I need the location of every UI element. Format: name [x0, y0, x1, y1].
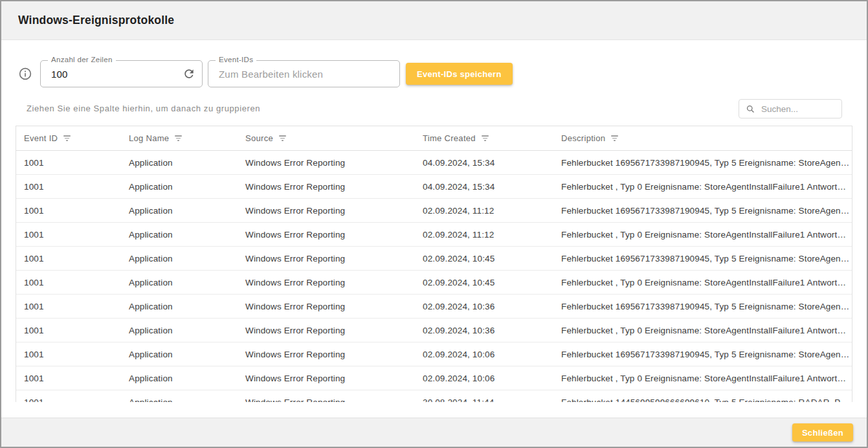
cell-event-id: 1001	[16, 247, 121, 270]
cell-source: Windows Error Reporting	[238, 199, 415, 222]
cell-description: Fehlerbucket 1695671733987190945, Typ 5 …	[553, 199, 852, 222]
cell-source: Windows Error Reporting	[238, 319, 415, 342]
cell-time-created: 02.09.2024, 11:12	[415, 199, 553, 222]
column-header-label: Event ID	[24, 133, 58, 143]
table-body: 1001 Application Windows Error Reporting…	[16, 151, 852, 402]
cell-source: Windows Error Reporting	[238, 366, 415, 390]
table-row[interactable]: 1001 Application Windows Error Reporting…	[16, 175, 852, 199]
cell-source: Windows Error Reporting	[238, 175, 415, 198]
cell-description: Fehlerbucket 1695671733987190945, Typ 5 …	[553, 247, 852, 270]
filter-icon[interactable]	[480, 133, 490, 144]
filter-icon[interactable]	[173, 133, 183, 144]
cell-event-id: 1001	[16, 390, 121, 402]
cell-log-name: Application	[121, 199, 238, 222]
cell-log-name: Application	[121, 390, 238, 402]
cell-description: Fehlerbucket , Typ 0 Ereignisname: Store…	[553, 366, 852, 390]
cell-log-name: Application	[121, 247, 238, 270]
controls-row: Anzahl der Zeilen Event-IDs Event-IDs sp…	[16, 60, 852, 87]
cell-description: Fehlerbucket , Typ 0 Ereignisname: Store…	[553, 223, 852, 246]
cell-time-created: 02.09.2024, 10:36	[415, 295, 553, 318]
cell-time-created: 02.09.2024, 11:12	[415, 223, 553, 246]
column-header[interactable]: Event ID	[16, 126, 121, 150]
column-header[interactable]: Time Created	[415, 126, 553, 150]
cell-log-name: Application	[121, 295, 238, 318]
column-header-label: Log Name	[129, 133, 169, 143]
cell-time-created: 30.08.2024, 11:44	[415, 390, 553, 402]
cell-time-created: 02.09.2024, 10:45	[415, 271, 553, 294]
filter-icon[interactable]	[610, 133, 619, 144]
cell-description: Fehlerbucket 1445699599666699610, Typ 5 …	[553, 390, 852, 402]
info-icon[interactable]	[19, 67, 32, 80]
cell-event-id: 1001	[16, 366, 121, 390]
event-log-table: Event ID Log Name Source Time Created De…	[16, 126, 852, 402]
cell-time-created: 02.09.2024, 10:45	[415, 247, 553, 270]
cell-log-name: Application	[121, 319, 238, 342]
cell-event-id: 1001	[16, 295, 121, 318]
table-row[interactable]: 1001 Application Windows Error Reporting…	[16, 223, 852, 247]
cell-description: Fehlerbucket 1695671733987190945, Typ 5 …	[553, 295, 852, 318]
cell-log-name: Application	[121, 223, 238, 246]
table-row[interactable]: 1001 Application Windows Error Reporting…	[16, 342, 852, 366]
cell-event-id: 1001	[16, 175, 121, 198]
cell-source: Windows Error Reporting	[238, 223, 415, 246]
dialog-header: Windows-Ereignisprotokolle	[1, 1, 867, 40]
cell-event-id: 1001	[16, 151, 121, 174]
table-row[interactable]: 1001 Application Windows Error Reporting…	[16, 271, 852, 295]
cell-event-id: 1001	[16, 223, 121, 246]
row-count-label: Anzahl der Zeilen	[48, 56, 116, 63]
cell-time-created: 04.09.2024, 15:34	[415, 175, 553, 198]
table-row[interactable]: 1001 Application Windows Error Reporting…	[16, 390, 852, 402]
table-row[interactable]: 1001 Application Windows Error Reporting…	[16, 199, 852, 223]
event-ids-field[interactable]: Event-IDs	[208, 60, 400, 87]
cell-event-id: 1001	[16, 199, 121, 222]
cell-time-created: 02.09.2024, 10:36	[415, 319, 553, 342]
cell-description: Fehlerbucket 1695671733987190945, Typ 5 …	[553, 342, 852, 366]
cell-log-name: Application	[121, 151, 238, 174]
cell-log-name: Application	[121, 271, 238, 294]
cell-source: Windows Error Reporting	[238, 295, 415, 318]
filter-icon[interactable]	[278, 133, 287, 144]
table-header-row: Event ID Log Name Source Time Created De…	[16, 126, 852, 151]
row-count-field[interactable]: Anzahl der Zeilen	[40, 60, 203, 87]
cell-description: Fehlerbucket 1695671733987190945, Typ 5 …	[553, 151, 852, 174]
filter-icon[interactable]	[62, 133, 72, 144]
table-row[interactable]: 1001 Application Windows Error Reporting…	[16, 319, 852, 342]
close-button[interactable]: Schließen	[792, 423, 853, 442]
cell-log-name: Application	[121, 175, 238, 198]
search-box[interactable]	[739, 99, 842, 118]
cell-time-created: 02.09.2024, 10:06	[415, 366, 553, 390]
page-title: Windows-Ereignisprotokolle	[18, 14, 174, 27]
group-hint-row: Ziehen Sie eine Spalte hierhin, um danac…	[16, 99, 852, 118]
column-header-label: Time Created	[423, 133, 476, 143]
dialog-body: Anzahl der Zeilen Event-IDs Event-IDs sp…	[1, 40, 867, 418]
save-event-ids-button[interactable]: Event-IDs speichern	[406, 63, 513, 85]
cell-event-id: 1001	[16, 319, 121, 342]
cell-source: Windows Error Reporting	[238, 271, 415, 294]
event-ids-input[interactable]	[217, 68, 393, 80]
table-viewport: Event ID Log Name Source Time Created De…	[16, 126, 852, 402]
windows-event-logs-dialog: Windows-Ereignisprotokolle Anzahl der Ze…	[0, 0, 868, 448]
search-input[interactable]	[760, 104, 836, 115]
column-header[interactable]: Description	[553, 126, 852, 150]
search-icon	[746, 104, 755, 114]
column-header[interactable]: Source	[238, 126, 415, 150]
column-header[interactable]: Log Name	[121, 126, 238, 150]
refresh-icon[interactable]	[183, 67, 195, 80]
cell-description: Fehlerbucket , Typ 0 Ereignisname: Store…	[553, 175, 852, 198]
row-count-input[interactable]	[50, 68, 183, 80]
cell-time-created: 02.09.2024, 10:06	[415, 342, 553, 366]
cell-event-id: 1001	[16, 342, 121, 366]
cell-log-name: Application	[121, 342, 238, 366]
dialog-footer: Schließen	[1, 418, 867, 447]
cell-event-id: 1001	[16, 271, 121, 294]
cell-time-created: 04.09.2024, 15:34	[415, 151, 553, 174]
table-row[interactable]: 1001 Application Windows Error Reporting…	[16, 247, 852, 271]
table-row[interactable]: 1001 Application Windows Error Reporting…	[16, 151, 852, 175]
cell-description: Fehlerbucket , Typ 0 Ereignisname: Store…	[553, 319, 852, 342]
event-ids-label: Event-IDs	[216, 56, 256, 63]
cell-log-name: Application	[121, 366, 238, 390]
table-row[interactable]: 1001 Application Windows Error Reporting…	[16, 295, 852, 319]
cell-source: Windows Error Reporting	[238, 151, 415, 174]
table-row[interactable]: 1001 Application Windows Error Reporting…	[16, 366, 852, 390]
cell-description: Fehlerbucket , Typ 0 Ereignisname: Store…	[553, 271, 852, 294]
